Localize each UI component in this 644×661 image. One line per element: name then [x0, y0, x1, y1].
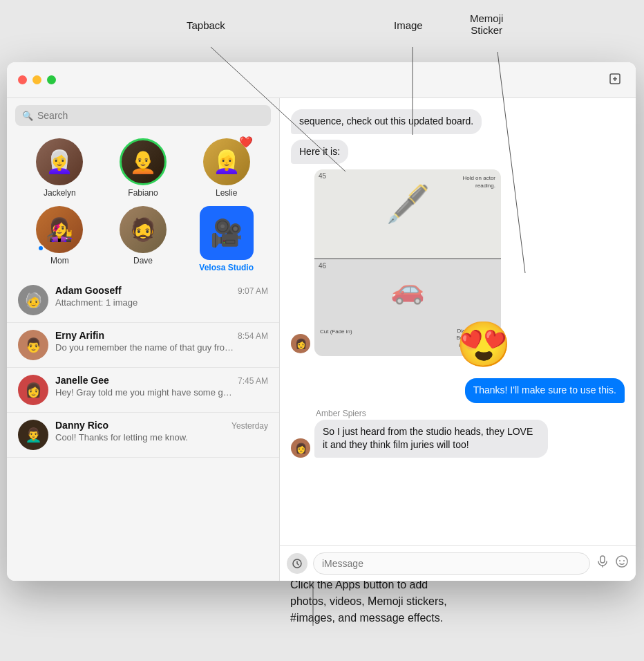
avatar-sender-image: 👩: [291, 334, 310, 353]
pinned-contact-fabiano[interactable]: 🧑‍🦲 Fabiano: [112, 138, 174, 198]
msg-bubble-2: Here it is:: [291, 140, 348, 165]
conversation-janelle[interactable]: 👩 Janelle Gee 7:45 AM Hey! Gray told me …: [7, 368, 279, 413]
maximize-button[interactable]: [47, 75, 56, 84]
msg-row-image: 👩 45 🖋️ Hold on actorreading.: [291, 169, 625, 356]
conv-preview-erny: Do you remember the name of that guy fro…: [55, 342, 235, 353]
conv-info-janelle: Janelle Gee 7:45 AM Hey! Gray told me yo…: [55, 375, 268, 398]
audio-icon[interactable]: [596, 555, 609, 572]
contact-name-fabiano: Fabiano: [128, 188, 158, 198]
contact-name-velosa: Velosa Studio: [199, 263, 254, 272]
panel-1-num: 45: [319, 172, 326, 180]
conv-info-adam: Adam Gooseff 9:07 AM Attachment: 1 image: [55, 285, 268, 308]
conv-time-janelle: 7:45 AM: [238, 376, 268, 386]
chat-messages[interactable]: sequence, check out this updated board. …: [280, 98, 636, 545]
unread-dot-mom: [37, 245, 44, 252]
msg-row-2: Here it is:: [291, 140, 625, 165]
emoji-icon[interactable]: [615, 555, 629, 572]
conv-name-danny: Danny Rico: [55, 420, 108, 431]
conversation-erny[interactable]: 👨 Erny Arifin 8:54 AM Do you remember th…: [7, 323, 279, 368]
sketch-figure-1: 🖋️: [386, 183, 430, 225]
conv-header-adam: Adam Gooseff 9:07 AM: [55, 285, 268, 296]
conv-time-adam: 9:07 AM: [238, 286, 268, 296]
conv-name-adam: Adam Gooseff: [55, 285, 122, 296]
tapback-annotation: Tapback: [187, 19, 225, 31]
avatar-wrapper-leslie: 👱‍♀️ ❤️: [203, 138, 250, 185]
search-input[interactable]: [37, 110, 264, 121]
svg-point-11: [619, 560, 621, 561]
svg-point-12: [623, 560, 625, 561]
avatar-janelle: 👩: [18, 375, 48, 405]
sender-label-amber: Amber Spiers: [291, 409, 625, 418]
avatar-wrapper-fabiano: 🧑‍🦲: [120, 138, 167, 185]
compose-button[interactable]: [608, 72, 625, 89]
avatar-jackelyn: 👩‍🦳: [36, 138, 83, 185]
avatar-wrapper-mom: 👩‍🎤: [36, 206, 83, 253]
msg-group-amber: Amber Spiers 👩 So I just heard from the …: [291, 409, 625, 458]
chat-area: To: Velosa Studio: [280, 62, 636, 581]
contact-name-jackelyn: Jackelyn: [44, 188, 76, 198]
svg-rect-8: [600, 556, 605, 563]
conv-info-danny: Danny Rico Yesterday Cool! Thanks for le…: [55, 420, 268, 443]
sketch-figure-2: 🚗: [390, 273, 425, 306]
conv-time-danny: Yesterday: [231, 421, 268, 431]
conv-preview-janelle: Hey! Gray told me you might have some go…: [55, 387, 235, 398]
storyboard-container: 45 🖋️ Hold on actorreading. 46 🚗 Cut (Fa…: [314, 169, 501, 356]
avatar-wrapper-dave: 🧔: [120, 206, 167, 253]
title-bar: [7, 62, 636, 98]
msg-bubble-outgoing: Thanks! I'll make sure to use this.: [465, 378, 625, 403]
conv-name-janelle: Janelle Gee: [55, 375, 109, 386]
apps-button[interactable]: [287, 553, 307, 574]
conversation-adam[interactable]: 🧓 Adam Gooseff 9:07 AM Attachment: 1 ima…: [7, 278, 279, 323]
pinned-contact-jackelyn[interactable]: 👩‍🦳 Jackelyn: [28, 138, 91, 198]
conv-preview-danny: Cool! Thanks for letting me know.: [55, 432, 235, 443]
conv-info-erny: Erny Arifin 8:54 AM Do you remember the …: [55, 330, 268, 353]
chat-input-bar: [280, 545, 636, 581]
message-input[interactable]: [313, 552, 590, 575]
avatar-erny: 👨: [18, 330, 48, 360]
input-icons: [596, 555, 629, 572]
avatar-amber: 👩: [291, 438, 310, 458]
panel-2-num: 46: [319, 262, 326, 270]
traffic-lights: [18, 75, 56, 84]
pinned-contact-mom[interactable]: 👩‍🎤 Mom: [28, 206, 91, 272]
memoji-sticker-emoji: 😍: [456, 322, 511, 366]
conv-header-janelle: Janelle Gee 7:45 AM: [55, 375, 268, 386]
conv-preview-adam: Attachment: 1 image: [55, 297, 235, 308]
search-bar[interactable]: 🔍: [15, 105, 271, 126]
minimize-button[interactable]: [32, 75, 41, 84]
avatar-velosa-selected: 🎥: [200, 206, 254, 260]
avatar-adam: 🧓: [18, 285, 48, 315]
search-icon: 🔍: [22, 111, 33, 121]
conversation-list: 🧓 Adam Gooseff 9:07 AM Attachment: 1 ima…: [7, 278, 279, 458]
avatar-fabiano: 🧑‍🦲: [120, 138, 167, 185]
pinned-contact-velosa[interactable]: 🎥 Velosa Studio: [196, 206, 258, 272]
panel-1: 45 🖋️ Hold on actorreading.: [314, 169, 501, 259]
conv-header-erny: Erny Arifin 8:54 AM: [55, 330, 268, 341]
msg-row-outgoing: Thanks! I'll make sure to use this.: [291, 378, 625, 403]
panel-1-note: Hold on actorreading.: [462, 175, 495, 189]
msg-bubble-amber: So I just heard from the studio heads, t…: [314, 420, 548, 458]
conv-time-erny: 8:54 AM: [238, 331, 268, 341]
svg-point-10: [616, 556, 627, 567]
avatar-dave: 🧔: [120, 206, 167, 253]
bottom-annotation: Click the Apps button to add photos, vid…: [290, 577, 553, 626]
avatar-wrapper-velosa: 🎥: [200, 206, 254, 260]
pinned-contact-dave[interactable]: 🧔 Dave: [112, 206, 174, 272]
pinned-row-1: 👩‍🦳 Jackelyn 🧑‍🦲 Fabiano 👱‍♀️: [7, 133, 279, 201]
image-annotation: Image: [394, 19, 423, 31]
contact-name-mom: Mom: [50, 256, 69, 266]
contact-name-dave: Dave: [133, 256, 153, 266]
heart-badge-leslie: ❤️: [239, 136, 253, 149]
conv-header-danny: Danny Rico Yesterday: [55, 420, 268, 431]
conv-name-erny: Erny Arifin: [55, 330, 104, 341]
msg-bubble-1: sequence, check out this updated board.: [291, 109, 482, 134]
main-window: 🔍 👩‍🦳 Jackelyn 🧑‍🦲: [7, 62, 636, 581]
pinned-row-2: 👩‍🎤 Mom 🧔 Dave 🎥: [7, 201, 279, 275]
pinned-contact-leslie[interactable]: 👱‍♀️ ❤️ Leslie: [196, 138, 258, 198]
conversation-danny[interactable]: 👨‍🦱 Danny Rico Yesterday Cool! Thanks fo…: [7, 413, 279, 458]
close-button[interactable]: [18, 75, 27, 84]
contact-name-leslie: Leslie: [216, 188, 237, 198]
panel-2-note: Cut (Fade in): [320, 328, 352, 335]
sidebar: 🔍 👩‍🦳 Jackelyn 🧑‍🦲: [7, 98, 280, 581]
avatar-wrapper-jackelyn: 👩‍🦳: [36, 138, 83, 185]
